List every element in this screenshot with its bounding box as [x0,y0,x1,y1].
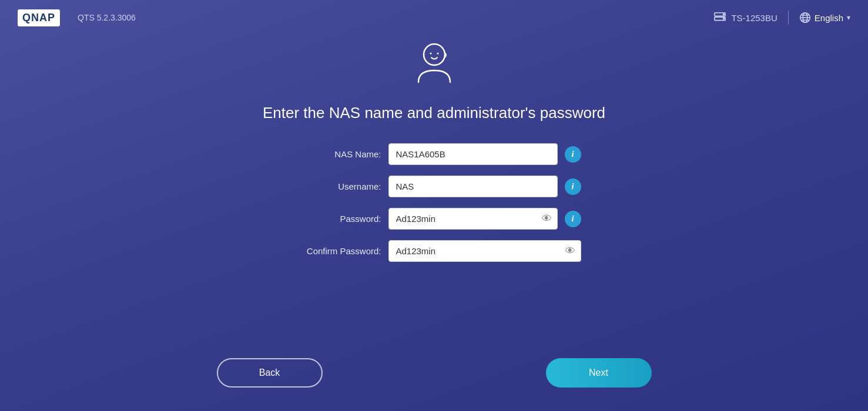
confirm-password-input[interactable] [388,240,581,262]
form-container: NAS Name: i Username: i Password: 👁 i [287,143,581,262]
header: QNAP QTS 5.2.3.3006 TS-1253BU English [0,0,868,35]
username-info-button[interactable]: i [565,178,581,195]
globe-icon [799,12,811,23]
password-input-wrap: 👁 [388,208,558,230]
main-content: Enter the NAS name and administrator's p… [0,0,868,262]
buttons-row: Back Next [0,358,868,388]
username-input-wrap [388,176,558,197]
nas-device-icon [713,11,726,24]
device-info: TS-1253BU [713,11,777,24]
nas-name-label: NAS Name: [287,149,381,159]
confirm-password-eye-icon[interactable]: 👁 [565,245,575,257]
nas-name-info-button[interactable]: i [565,146,581,163]
header-right: TS-1253BU English ▾ [713,11,850,25]
password-info-button[interactable]: i [565,211,581,227]
svg-point-9 [424,44,445,65]
person-icon [408,38,461,93]
svg-point-3 [723,18,725,19]
page-title: Enter the NAS name and administrator's p… [263,104,605,122]
password-row: Password: 👁 i [287,208,581,230]
language-chevron-icon: ▾ [847,14,850,22]
username-label: Username: [287,181,381,191]
qnap-logo: QNAP [18,9,60,26]
nas-name-input[interactable] [388,143,558,165]
username-input[interactable] [388,176,558,197]
password-label: Password: [287,214,381,224]
next-button[interactable]: Next [546,358,652,388]
nas-name-input-wrap [388,143,558,165]
back-button[interactable]: Back [217,358,323,388]
language-selector[interactable]: English ▾ [799,12,850,23]
language-label: English [815,13,843,23]
username-row: Username: i [287,176,581,197]
confirm-password-input-wrap: 👁 [388,240,581,262]
password-eye-icon[interactable]: 👁 [542,213,552,225]
confirm-password-label: Confirm Password: [287,246,381,256]
svg-point-2 [723,14,725,15]
confirm-password-row: Confirm Password: 👁 [287,240,581,262]
header-left: QNAP QTS 5.2.3.3006 [18,9,136,26]
logo-text: QNAP [18,9,60,26]
qts-version: QTS 5.2.3.3006 [78,13,136,22]
svg-point-11 [437,53,438,55]
header-divider [788,11,789,25]
nas-name-row: NAS Name: i [287,143,581,165]
password-input[interactable] [388,208,558,230]
device-name: TS-1253BU [731,13,777,23]
svg-point-10 [430,53,431,55]
